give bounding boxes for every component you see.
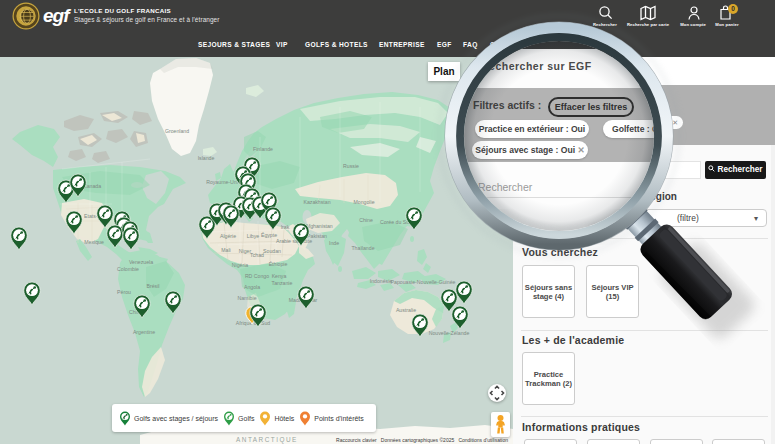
svg-text:Pérou: Pérou [117, 289, 131, 295]
svg-text:Libye: Libye [247, 233, 260, 239]
svg-text:Nigéria: Nigéria [232, 262, 249, 268]
svg-text:Mongolie: Mongolie [353, 199, 374, 205]
svg-text:Égypte: Égypte [261, 232, 277, 238]
svg-text:Pakistan: Pakistan [307, 233, 327, 239]
svg-text:Tchad: Tchad [250, 252, 264, 258]
svg-text:Namibie: Namibie [237, 295, 256, 301]
svg-text:Russie: Russie [343, 163, 359, 169]
svg-text:Mexique: Mexique [84, 239, 104, 245]
svg-text:Chine: Chine [359, 217, 373, 223]
svg-text:Kenya: Kenya [272, 273, 287, 279]
svg-text:Colombie: Colombie [117, 266, 139, 272]
svg-text:Irak: Irak [281, 224, 290, 230]
svg-text:Brésil: Brésil [147, 283, 160, 289]
svg-text:Thaïlande: Thaïlande [351, 245, 374, 251]
svg-text:Groenland: Groenland [165, 128, 189, 134]
svg-text:Islande: Islande [198, 155, 215, 161]
svg-text:Nouvelle-Zélande: Nouvelle-Zélande [429, 330, 470, 336]
svg-text:Finlande: Finlande [253, 146, 273, 152]
svg-text:Venezuela: Venezuela [129, 259, 153, 265]
svg-text:Tanzanie: Tanzanie [272, 280, 293, 286]
svg-text:Inde: Inde [329, 240, 339, 246]
svg-text:RD Congo: RD Congo [245, 273, 269, 279]
svg-text:Papouasie-Nouvelle-Guinée: Papouasie-Nouvelle-Guinée [391, 279, 456, 285]
svg-text:Mali: Mali [221, 247, 231, 253]
svg-text:Éthiopie: Éthiopie [269, 261, 288, 267]
svg-text:Angola: Angola [244, 284, 260, 290]
svg-text:Algérie: Algérie [220, 233, 236, 239]
svg-text:Argentine: Argentine [133, 329, 155, 335]
svg-text:Royaume-Uni: Royaume-Uni [206, 179, 238, 185]
svg-text:Indonésie: Indonésie [370, 278, 393, 284]
svg-text:Afghanistan: Afghanistan [305, 223, 333, 229]
svg-text:Soudan: Soudan [263, 248, 281, 254]
svg-text:Australie: Australie [396, 307, 416, 313]
svg-text:Kazakhstan: Kazakhstan [303, 199, 330, 205]
